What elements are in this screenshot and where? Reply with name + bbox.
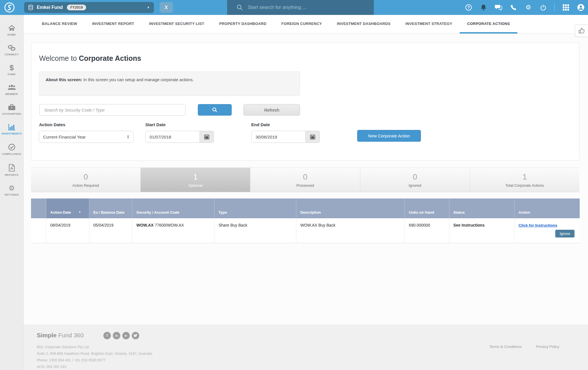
security-search-input[interactable] — [39, 104, 186, 116]
investments-chart-icon — [8, 124, 16, 131]
cell-units-on-hand: 690.000000 — [405, 218, 449, 243]
notifications-bell-icon[interactable] — [480, 4, 487, 11]
status-tab-total[interactable]: 1 Total Corporate Actions — [470, 168, 579, 192]
start-date-input[interactable]: 01/07/2018 — [145, 131, 214, 143]
chat-icon[interactable] — [495, 4, 502, 11]
corporate-actions-card: Welcome to Corporate Actions About this … — [31, 42, 579, 161]
status-tab-processed[interactable]: 0 Processed — [250, 168, 360, 192]
help-icon[interactable]: ? — [465, 4, 472, 11]
topbar-icons: ? ⚙ — [465, 0, 585, 15]
sidebar-item-member[interactable]: MEMBER — [0, 84, 24, 96]
sort-asc-icon: ▲ — [78, 209, 81, 214]
twitter-icon[interactable] — [132, 332, 139, 339]
fund-dollar-icon: $ — [9, 64, 13, 71]
sidebar: HOME CONNECT $ FUND MEMBER — [0, 15, 24, 370]
cell-security-account-code: WOW.AX 77600/WOW.AX — [132, 218, 214, 243]
column-header-units-on-hand[interactable]: Units on Hand — [405, 198, 449, 218]
select-arrows-icon: ▲▼ — [127, 135, 129, 139]
page-title: Welcome to Corporate Actions — [39, 54, 141, 63]
start-date-calendar-button[interactable] — [200, 131, 214, 143]
action-dates-label: Action Dates — [39, 122, 65, 127]
power-icon[interactable] — [539, 4, 547, 11]
sidebar-item-settings[interactable]: ⚙ SETTINGS — [0, 185, 24, 196]
calendar-icon — [310, 134, 315, 139]
excel-export-button[interactable]: X — [160, 2, 173, 13]
action-dates-select[interactable]: Current Financial Year ▲▼ — [39, 131, 134, 143]
module-tabbar: BALANCE REVIEW INVESTMENT REPORT INVESTM… — [24, 15, 588, 34]
cell-action: Click for Instructions Ignore — [514, 218, 580, 243]
tab-investment-security-list[interactable]: INVESTMENT SECURITY LIST — [142, 15, 212, 34]
fund-name: Emkei Fund — [37, 5, 63, 10]
tab-foreign-currency[interactable]: FOREIGN CURRENCY — [274, 15, 329, 34]
cell-status: See Instructions — [449, 218, 514, 243]
global-search[interactable]: Start search for anything ... — [227, 0, 374, 15]
end-date-input[interactable]: 30/06/2019 — [251, 131, 320, 143]
status-tab-optional[interactable]: 1 Optional — [141, 168, 250, 192]
tab-investment-dashboards[interactable]: INVESTMENT DASHBOARDS — [329, 15, 398, 34]
footer-acn: ACN: 054 355 243 — [37, 365, 66, 369]
search-icon — [236, 4, 243, 11]
start-date-label: Start Date — [145, 122, 166, 127]
column-header-security-account-code[interactable]: Security / Account Code — [132, 198, 214, 218]
topbar-divider — [554, 4, 555, 11]
about-box: About this screen: In this screen you ca… — [39, 71, 300, 96]
corporate-actions-table: Action Date ▲ Ex / Balance Date Security… — [31, 198, 580, 243]
column-header-description[interactable]: Description — [296, 198, 405, 218]
app-logo-icon — [4, 2, 15, 13]
facebook-icon[interactable]: f — [103, 332, 111, 339]
youtube-icon[interactable]: ▶ — [122, 332, 130, 339]
tab-investment-report[interactable]: INVESTMENT REPORT — [85, 15, 142, 34]
sidebar-item-investments[interactable]: INVESTMENTS — [0, 124, 24, 135]
end-date-label: End Date — [251, 122, 270, 127]
calendar-icon — [204, 134, 209, 139]
feedback-button[interactable] — [575, 24, 588, 37]
tab-property-dashboard[interactable]: PROPERTY DASHBOARD — [212, 15, 274, 34]
cell-type: Share Buy Back — [214, 218, 296, 243]
account-avatar-icon[interactable] — [577, 4, 585, 11]
sidebar-item-home[interactable]: HOME — [0, 25, 24, 36]
row-select-cell — [31, 218, 46, 243]
column-header-ex-balance-date[interactable]: Ex / Balance Date — [89, 198, 132, 218]
sidebar-item-compliance[interactable]: COMPLIANCE — [0, 143, 24, 155]
terms-link[interactable]: Terms & Conditions — [489, 344, 522, 349]
tab-corporate-actions[interactable]: CORPORATE ACTIONS — [460, 15, 517, 34]
table-header: Action Date ▲ Ex / Balance Date Security… — [31, 198, 580, 218]
financial-year-badge: FY2019 — [67, 5, 86, 10]
refresh-button[interactable]: Refresh — [243, 104, 300, 116]
sidebar-item-connect[interactable]: CONNECT — [0, 44, 24, 56]
end-date-calendar-button[interactable] — [305, 131, 320, 143]
sidebar-item-accounting[interactable]: ACCOUNTING — [0, 104, 24, 115]
tab-balance-review[interactable]: BALANCE REVIEW — [34, 15, 85, 34]
column-header-status[interactable]: Status — [449, 198, 514, 218]
footer: Simple Fund 360 f in ▶ BGL Corporate Sol… — [24, 324, 588, 370]
search-submit-button[interactable] — [198, 104, 232, 116]
connect-icon — [8, 44, 16, 51]
privacy-link[interactable]: Privacy Policy — [536, 344, 559, 349]
click-for-instructions-link[interactable]: Click for Instructions — [519, 223, 557, 227]
cell-action-date: 08/04/2019 — [46, 218, 89, 243]
fund-selector[interactable]: Emkei Fund FY2019 ▼ — [24, 2, 154, 13]
tab-investment-strategy[interactable]: INVESTMENT STRATEGY — [398, 15, 460, 34]
column-header-action[interactable]: Action — [514, 198, 580, 218]
main-content: BALANCE REVIEW INVESTMENT REPORT INVESTM… — [24, 15, 588, 370]
sidebar-item-reports[interactable]: REPORTS — [0, 164, 24, 176]
status-tab-ignored[interactable]: 0 Ignored — [360, 168, 470, 192]
linkedin-icon[interactable]: in — [113, 332, 120, 339]
column-header-action-date[interactable]: Action Date ▲ — [46, 198, 89, 218]
status-tab-action-required[interactable]: 0 Action Required — [31, 168, 141, 192]
chevron-down-icon: ▼ — [147, 6, 150, 9]
cell-description: WOW.AX Buy Back — [296, 218, 405, 243]
cell-ex-balance-date: 05/04/2019 — [89, 218, 132, 243]
phone-icon[interactable] — [510, 4, 517, 11]
gear-icon[interactable]: ⚙ — [525, 4, 532, 11]
new-corporate-action-button[interactable]: New Corporate Action — [357, 130, 421, 142]
ignore-button[interactable]: Ignore — [555, 230, 575, 237]
footer-phone: Phone: 1300 654 401 / +61 (0)3 9530 6077 — [37, 358, 105, 362]
footer-address: Suite 2, 606-608 Hawthorn Road, Brighton… — [37, 352, 152, 356]
database-icon — [28, 5, 33, 10]
column-header-type[interactable]: Type — [214, 198, 296, 218]
footer-brand: Simple Fund 360 — [37, 332, 84, 339]
excel-icon: X — [164, 4, 168, 11]
sidebar-item-fund[interactable]: $ FUND — [0, 64, 24, 76]
apps-grid-icon[interactable] — [562, 4, 570, 11]
